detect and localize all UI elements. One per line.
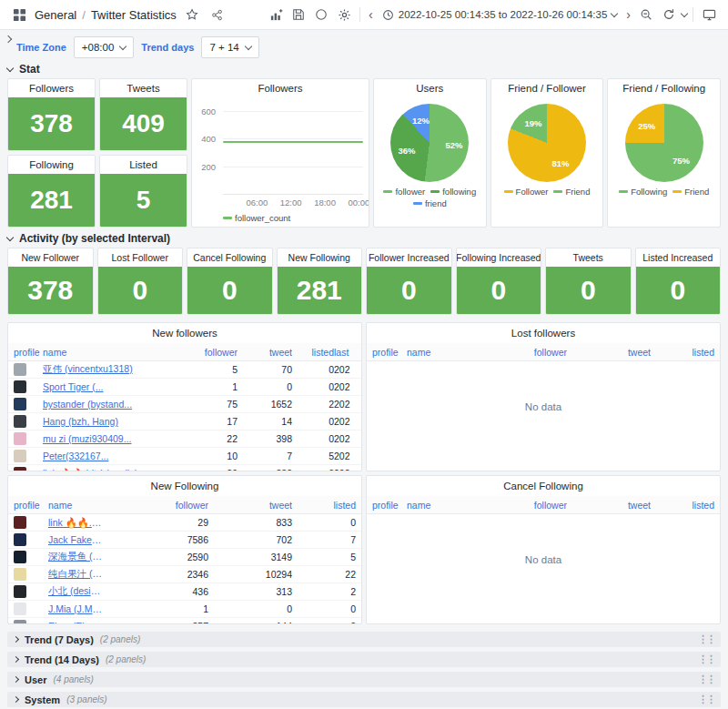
add-panel-icon[interactable]: [266, 5, 286, 25]
panel-title[interactable]: Tweets: [100, 79, 187, 97]
profile-link[interactable]: Jack Fake-Killer (Phish...: [48, 534, 104, 545]
dashboard-row-toggle[interactable]: Trend (7 Days) (2 panels) ⋮⋮: [7, 632, 721, 647]
column-header[interactable]: name: [407, 500, 462, 511]
panel-title[interactable]: New followers: [8, 323, 361, 343]
column-header[interactable]: listed: [651, 347, 714, 358]
column-header[interactable]: tweet: [208, 500, 292, 511]
save-dashboard-icon[interactable]: [288, 5, 308, 25]
refresh-interval-chevron-icon[interactable]: [681, 9, 688, 16]
panel-title[interactable]: Cancel Following: [187, 248, 272, 267]
pie-slice-label: 36%: [398, 146, 415, 156]
column-header[interactable]: last: [334, 347, 356, 358]
profile-link[interactable]: 纯白果汁 (shiroijusu): [48, 568, 104, 581]
refresh-icon[interactable]: [659, 5, 679, 25]
panel-title[interactable]: Tweets: [546, 248, 631, 267]
panel-title[interactable]: New Following: [278, 248, 362, 267]
profile-link[interactable]: 亚伟 (vincentxu1318): [43, 363, 181, 376]
breadcrumb-folder[interactable]: General: [35, 8, 76, 22]
column-header[interactable]: tweet: [238, 347, 292, 358]
zoom-out-icon[interactable]: [636, 5, 656, 25]
gridline: [223, 138, 363, 139]
legend-item[interactable]: Following: [619, 187, 667, 197]
variable-select-trend-days[interactable]: 7 + 14: [201, 36, 258, 58]
panel-title[interactable]: Friend / Follower: [491, 79, 603, 97]
x-tick-label: 18:00: [314, 198, 336, 208]
panel-title[interactable]: Listed Increased: [636, 248, 721, 267]
time-shift-back-icon[interactable]: ‹: [366, 8, 376, 21]
column-header[interactable]: tweet: [567, 347, 651, 358]
panel-title[interactable]: New Following: [8, 476, 361, 496]
legend-item[interactable]: Follower: [504, 187, 549, 197]
panel-title[interactable]: New Follower: [8, 248, 93, 267]
settings-gear-icon[interactable]: [334, 5, 354, 25]
time-range-picker[interactable]: 2022-10-25 00:14:35 to 2022-10-26 00:14:…: [379, 9, 622, 21]
star-icon[interactable]: [182, 5, 202, 25]
profile-link[interactable]: link 🔥🔥.bit (xieaolin): [43, 468, 181, 472]
dashboard-row-toggle[interactable]: Trend (14 Days) (2 panels) ⋮⋮: [7, 652, 721, 667]
column-header[interactable]: follower: [462, 347, 567, 358]
drag-handle-icon[interactable]: ⋮⋮: [698, 694, 714, 705]
profile-link[interactable]: Sport Tiger (...: [43, 381, 181, 392]
column-header[interactable]: follower: [462, 500, 567, 511]
column-header[interactable]: profile: [372, 347, 407, 358]
panel-title[interactable]: Lost Follower: [98, 248, 183, 267]
panel-title[interactable]: Followers: [8, 79, 95, 97]
panel-title[interactable]: Lost followers: [367, 323, 720, 343]
profile-link[interactable]: J.Mia (J.MadeInApril): [48, 603, 104, 614]
profile-link[interactable]: Peter(332167...: [43, 451, 181, 461]
tweet-cell: 398: [238, 433, 292, 444]
column-header[interactable]: listed: [292, 500, 356, 511]
profile-link[interactable]: Hang (bzh, Hang): [43, 416, 181, 427]
column-header[interactable]: follower: [104, 500, 208, 511]
row-toggle-activity[interactable]: Activity (by selected Interval): [7, 231, 721, 246]
row-title: Activity (by selected Interval): [19, 232, 170, 245]
time-shift-forward-icon[interactable]: ›: [623, 8, 633, 21]
column-header[interactable]: profile: [14, 347, 43, 358]
profile-link[interactable]: Ebco (Ebco1996): [48, 621, 104, 624]
dashboard-row-toggle[interactable]: User (4 panels) ⋮⋮: [7, 672, 721, 687]
panel-title[interactable]: Following Increased: [457, 248, 541, 267]
dashboard-row-toggle[interactable]: System (3 panels) ⋮⋮: [7, 692, 721, 707]
profile-link[interactable]: 小北 (design-hacking): [48, 585, 104, 598]
kiosk-monitor-icon[interactable]: [699, 5, 719, 25]
legend-item[interactable]: friend: [413, 198, 447, 208]
profile-link[interactable]: 深海景鱼 (Diefish666): [48, 551, 104, 563]
legend-item[interactable]: follower_count: [223, 213, 290, 223]
panel-title[interactable]: Followers: [192, 79, 369, 97]
legend-item[interactable]: Friend: [672, 187, 709, 197]
apps-grid-icon[interactable]: [9, 5, 29, 25]
panel-title[interactable]: Following: [8, 156, 95, 174]
last-cell: 202: [334, 468, 356, 471]
legend-item[interactable]: Friend: [553, 187, 590, 197]
profile-link[interactable]: bystander (bystand...: [43, 399, 181, 410]
tweet-cell: 833: [208, 517, 292, 528]
column-header[interactable]: name: [407, 347, 462, 358]
panel-title[interactable]: Friend / Following: [608, 79, 720, 97]
profile-link[interactable]: link 🔥🔥.bit (xieaolin): [48, 517, 104, 529]
share-icon[interactable]: [207, 5, 228, 25]
legend-swatch: [619, 190, 628, 193]
panel-title[interactable]: Users: [374, 79, 486, 97]
column-header[interactable]: name: [43, 347, 181, 358]
expand-section-nav-icon[interactable]: [5, 35, 12, 43]
listed-cell: 0: [292, 364, 334, 375]
panel-title[interactable]: Listed: [100, 156, 187, 174]
insights-icon[interactable]: [311, 5, 331, 25]
drag-handle-icon[interactable]: ⋮⋮: [698, 653, 714, 665]
column-header[interactable]: listed: [292, 347, 334, 358]
row-toggle-stat[interactable]: Stat: [7, 62, 721, 76]
column-header[interactable]: profile: [14, 500, 48, 511]
variable-select-timezone[interactable]: +08:00: [74, 36, 135, 58]
panel-title[interactable]: Follower Increased: [367, 248, 451, 267]
panel-title[interactable]: Cancel Following: [367, 476, 720, 496]
column-header[interactable]: tweet: [567, 500, 651, 511]
drag-handle-icon[interactable]: ⋮⋮: [698, 674, 714, 685]
profile-link[interactable]: mu zi (muzi930409...: [43, 433, 181, 444]
column-header[interactable]: name: [48, 500, 104, 511]
legend-item[interactable]: follower: [383, 187, 425, 197]
legend-item[interactable]: following: [430, 187, 476, 197]
column-header[interactable]: profile: [372, 500, 407, 511]
column-header[interactable]: listed: [651, 500, 714, 511]
drag-handle-icon[interactable]: ⋮⋮: [698, 633, 714, 645]
column-header[interactable]: follower: [181, 347, 238, 358]
